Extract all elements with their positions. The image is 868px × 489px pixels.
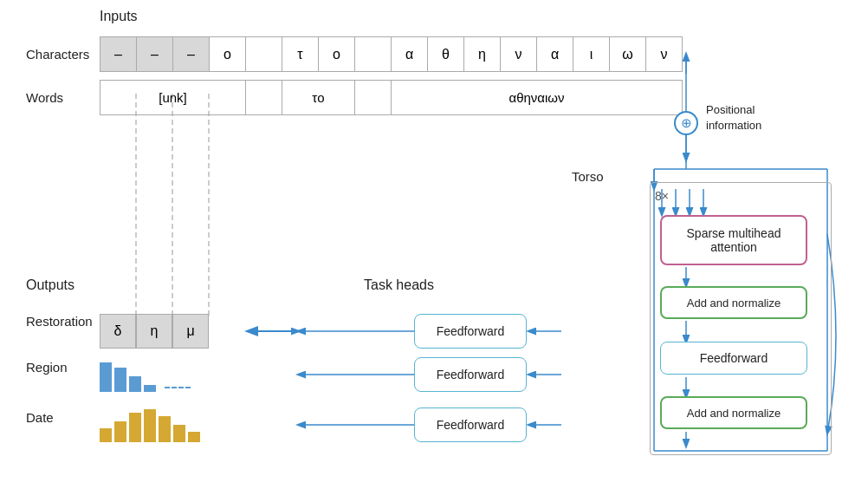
restoration-char-delta: δ [100,314,136,349]
date-label: Date [26,410,54,425]
char-cell: – [173,37,210,72]
char-cell: α [392,37,428,72]
char-cell: ν [501,37,537,72]
inputs-label: Inputs [100,9,138,24]
char-cell: ο [210,37,246,72]
char-cell [246,37,282,72]
task-heads-label: Task heads [364,277,434,293]
ff-box-date: Feedforward [414,408,527,442]
restoration-char-eta: η [136,314,172,349]
ff-box-region: Feedforward [414,357,527,392]
words-label: Words [26,80,63,114]
positional-circle: ⊕ [674,111,698,135]
char-cell: τ [282,37,319,72]
positional-symbol: ⊕ [681,115,692,131]
sparse-multihead-label: Sparse multiheadattention [687,226,781,254]
char-cell: ο [319,37,355,72]
word-cell-to: τo [282,81,355,115]
word-cell-unk: [unk] [100,81,246,115]
restoration-label: Restoration [26,314,93,329]
restoration-boxes: δ η μ [100,314,209,349]
add-norm-box-1: Add and normalize [660,286,807,319]
char-cell: ι [573,37,610,72]
words-table: [unk] τo αθηναιων [100,80,683,115]
sparse-multihead-box: Sparse multiheadattention [660,215,807,265]
word-cell-empty [246,81,282,115]
torso-multiplier: 8× [655,189,669,203]
outputs-label: Outputs [26,277,74,293]
characters-label: Characters [26,36,89,71]
region-label: Region [26,360,68,375]
char-cell: – [100,37,137,72]
positional-info-text: Positionalinformation [706,103,761,132]
ff-torso-box: Feedforward [660,342,807,375]
char-cell: η [464,37,501,72]
diagram: Inputs Characters Words – – – ο τ ο α θ … [0,0,868,489]
char-cell: θ [428,37,464,72]
char-cell: – [137,37,173,72]
positional-info-label: Positionalinformation [706,102,761,134]
word-cell-athenaiown: αθηναιων [392,81,683,115]
region-chart [100,357,191,392]
char-cell [355,37,392,72]
date-chart [100,406,200,442]
characters-table: – – – ο τ ο α θ η ν α ι ω ν [100,36,683,72]
add-norm-box-2: Add and normalize [660,396,807,429]
ff-box-restoration: Feedforward [414,314,527,349]
torso-label: Torso [572,169,604,184]
char-cell: α [537,37,573,72]
char-cell: ω [610,37,646,72]
char-cell: ν [646,37,683,72]
restoration-char-mu: μ [172,314,209,349]
word-cell-empty2 [355,81,392,115]
